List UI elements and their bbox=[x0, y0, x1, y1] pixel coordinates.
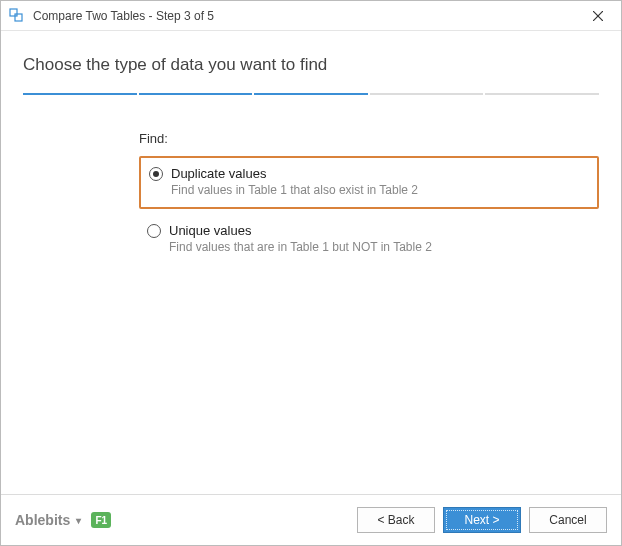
chevron-down-icon: ▾ bbox=[76, 515, 81, 526]
progress-seg-3 bbox=[254, 93, 368, 95]
cancel-button[interactable]: Cancel bbox=[529, 507, 607, 533]
cancel-label: Cancel bbox=[549, 513, 586, 527]
back-label: < Back bbox=[377, 513, 414, 527]
next-button[interactable]: Next > bbox=[443, 507, 521, 533]
window-title: Compare Two Tables - Step 3 of 5 bbox=[33, 9, 214, 23]
back-button[interactable]: < Back bbox=[357, 507, 435, 533]
progress-seg-5 bbox=[485, 93, 599, 95]
progress-bar bbox=[23, 93, 599, 95]
option-title-unique: Unique values bbox=[169, 223, 251, 238]
help-button[interactable]: F1 bbox=[91, 512, 111, 528]
option-desc-unique: Find values that are in Table 1 but NOT … bbox=[169, 240, 589, 254]
progress-seg-1 bbox=[23, 93, 137, 95]
app-icon bbox=[9, 8, 25, 24]
option-duplicate-values[interactable]: Duplicate values Find values in Table 1 … bbox=[139, 156, 599, 209]
progress-seg-4 bbox=[370, 93, 484, 95]
find-label: Find: bbox=[139, 131, 599, 146]
page-heading: Choose the type of data you want to find bbox=[23, 55, 599, 75]
next-label: Next > bbox=[464, 513, 499, 527]
titlebar: Compare Two Tables - Step 3 of 5 bbox=[1, 1, 621, 31]
brand-label: Ablebits bbox=[15, 512, 70, 528]
option-unique-values[interactable]: Unique values Find values that are in Ta… bbox=[139, 215, 599, 264]
progress-seg-2 bbox=[139, 93, 253, 95]
help-label: F1 bbox=[95, 515, 107, 526]
content-area: Choose the type of data you want to find… bbox=[1, 31, 621, 494]
svg-rect-0 bbox=[10, 9, 17, 16]
option-title-duplicate: Duplicate values bbox=[171, 166, 266, 181]
svg-rect-1 bbox=[15, 14, 22, 21]
option-desc-duplicate: Find values in Table 1 that also exist i… bbox=[171, 183, 587, 197]
footer: Ablebits ▾ F1 < Back Next > Cancel bbox=[1, 494, 621, 545]
close-icon bbox=[593, 11, 603, 21]
form-area: Find: Duplicate values Find values in Ta… bbox=[23, 131, 599, 270]
radio-duplicate[interactable] bbox=[149, 167, 163, 181]
brand-link[interactable]: Ablebits ▾ bbox=[15, 512, 81, 528]
close-button[interactable] bbox=[583, 2, 613, 30]
radio-unique[interactable] bbox=[147, 224, 161, 238]
